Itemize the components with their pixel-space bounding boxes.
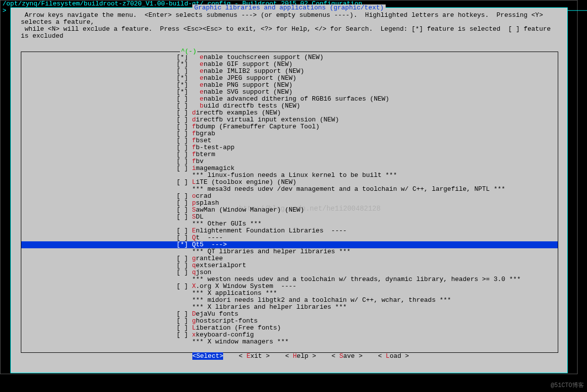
menu-item[interactable]: [ ] build directfb tests (NEW) xyxy=(21,103,558,110)
menu-item[interactable]: [ ] fb-test-app xyxy=(21,144,558,151)
menu-item: *** weston needs udev and a toolchain w/… xyxy=(21,276,558,283)
menu-item[interactable]: [*] enable GIF support (NEW) xyxy=(21,61,558,68)
menu-item[interactable]: [ ] fbset xyxy=(21,137,558,144)
menu-item[interactable]: [ ] directfb examples (NEW) xyxy=(21,110,558,116)
menu-item: *** Other GUIs *** xyxy=(21,221,558,227)
menu-item[interactable]: [*] enable SVG support (NEW) xyxy=(21,89,558,96)
menu-item[interactable]: [*] Qt5 ---> xyxy=(21,241,558,248)
menu-item[interactable]: [ ] ghostscript-fonts xyxy=(21,318,558,325)
menu-item[interactable]: [ ] enable IMLIB2 support (NEW) xyxy=(21,68,558,75)
menu-item[interactable]: [ ] Qt ---- xyxy=(21,234,558,241)
save-button[interactable]: < Save > xyxy=(332,352,362,360)
menu-item[interactable]: [ ] imagemagick xyxy=(21,165,558,172)
menu-item[interactable]: [ ] grantlee xyxy=(21,255,558,262)
menu-item[interactable]: [ ] Enlightenment Foundation Libraries -… xyxy=(21,227,558,234)
menu-item[interactable]: [*] enable JPEG support (NEW) xyxy=(21,75,558,82)
menu-item[interactable]: [ ] fbv xyxy=(21,158,558,165)
main-box: Graphic libraries and applications (grap… xyxy=(10,7,568,373)
menu-item[interactable]: [ ] psplash xyxy=(21,200,558,207)
menu-item[interactable]: [ ] SawMan (Window Manager) (NEW) xyxy=(21,207,558,214)
menu-item: *** QT libraries and helper libraries **… xyxy=(21,248,558,255)
menu-item[interactable]: [ ] X.org X Window System ---- xyxy=(21,283,558,290)
menu-item[interactable]: [ ] xkeyboard-config xyxy=(21,332,558,338)
menu-item: *** linux-fusion needs a Linux kernel to… xyxy=(21,172,558,179)
page-title: Graphic libraries and applications (grap… xyxy=(192,4,386,11)
menu-item[interactable]: [ ] qjson xyxy=(21,269,558,276)
menu-item: *** X applications *** xyxy=(21,290,558,297)
menu-item[interactable]: [ ] directfb virtual input extension (NE… xyxy=(21,116,558,123)
scroll-up-indicator: ^(-) xyxy=(180,48,197,55)
help-button[interactable]: < Help > xyxy=(285,352,316,360)
menu-item[interactable]: [ ] ocrad xyxy=(21,193,558,200)
help-text: Arrow keys navigate the menu. <Enter> se… xyxy=(11,8,567,42)
menu-item[interactable]: [ ] enable advanced dithering of RGB16 s… xyxy=(21,96,558,103)
menu-item: *** X libraries and helper libraries *** xyxy=(21,304,558,311)
menu-item[interactable]: [ ] qextserialport xyxy=(21,262,558,269)
terminal-window: /opt/zynq/Filesystem/buildroot-z7020_V1.… xyxy=(0,0,578,374)
menu-box: ^(-) [*] enable touchscreen support (NEW… xyxy=(21,52,558,353)
corner-watermark: @51CTO博客 xyxy=(551,382,584,389)
menu-item[interactable]: [ ] fbterm xyxy=(21,151,558,158)
menu-item[interactable]: [*] enable PNG support (NEW) xyxy=(21,82,558,89)
load-button[interactable]: < Load > xyxy=(378,352,409,360)
menu-item: *** mesa3d needs udev /dev management an… xyxy=(21,186,558,193)
menu-item[interactable]: [ ] Liberation (Free fonts) xyxy=(21,325,558,332)
button-bar: <Select> < Exit > < Help > < Save > < Lo… xyxy=(11,346,567,367)
menu-item[interactable]: [ ] DejaVu fonts xyxy=(21,311,558,318)
menu-item[interactable]: [ ] fbgrab xyxy=(21,130,558,137)
menu-item[interactable]: [ ] SDL xyxy=(21,214,558,221)
menu-list: [*] enable touchscreen support (NEW)[*] … xyxy=(21,52,558,347)
menu-item[interactable]: [*] enable touchscreen support (NEW) xyxy=(21,54,558,61)
menu-item[interactable]: [ ] LiTE (toolbox engine) (NEW) xyxy=(21,179,558,186)
menu-item[interactable]: [ ] fbdump (Framebuffer Capture Tool) xyxy=(21,123,558,130)
menu-item: *** X window managers *** xyxy=(21,338,558,345)
menu-item: *** midori needs libgtk2 and a toolchain… xyxy=(21,297,558,304)
exit-button[interactable]: < Exit > xyxy=(239,352,270,360)
select-button[interactable]: <Select> xyxy=(192,352,223,360)
